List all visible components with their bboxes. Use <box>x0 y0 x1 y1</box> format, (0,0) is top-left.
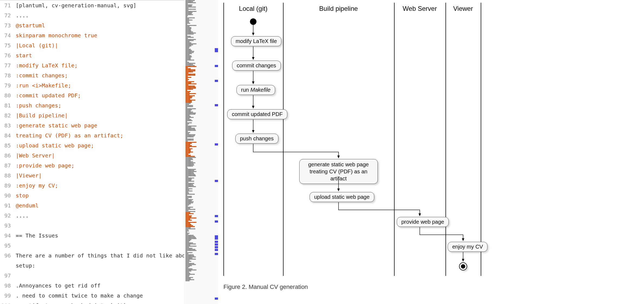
line-number: 82 <box>0 111 16 121</box>
minimap-marker <box>215 241 218 243</box>
code-line[interactable]: 95 <box>0 241 184 251</box>
code-line[interactable]: 77:modify LaTeX file; <box>0 61 184 71</box>
line-content[interactable]: == The Issues <box>16 231 184 241</box>
line-number: 90 <box>0 191 16 201</box>
code-line[interactable]: 96There are a number of things that I di… <box>0 251 184 261</box>
code-line[interactable]: 80:commit updated PDF; <box>0 91 184 101</box>
code-line[interactable]: 85:upload static web page; <box>0 141 184 151</box>
line-content[interactable]: .Annoyances to get rid off <box>16 281 184 291</box>
line-content[interactable]: treating CV (PDF) as an artifact; <box>16 131 184 141</box>
code-line[interactable]: 83:generate static web page <box>0 121 184 131</box>
line-content[interactable]: .... <box>16 211 184 221</box>
line-content[interactable]: @enduml <box>16 201 184 211</box>
minimap[interactable]: ████████████████ █████████████ █████████… <box>184 0 218 304</box>
line-content[interactable]: [plantuml, cv-generation-manual, svg] <box>16 1 184 11</box>
code-line[interactable]: 71[plantuml, cv-generation-manual, svg] <box>0 1 184 11</box>
code-line[interactable]: 99. need to commit twice to make a chang… <box>0 291 184 301</box>
line-content[interactable]: :run <i>Makefile; <box>16 81 184 91</box>
line-number: 94 <box>0 231 16 241</box>
code-line[interactable]: 72.... <box>0 11 184 21</box>
code-line[interactable]: 98.Annoyances to get rid off <box>0 281 184 291</box>
line-number: 84 <box>0 131 16 141</box>
line-number: 74 <box>0 31 16 41</box>
minimap-marker <box>215 298 218 300</box>
minimap-content: ████████████████ █████████████ █████████… <box>186 0 214 281</box>
preview-pane[interactable]: Local (git) Build pipeline Web Server Vi… <box>218 0 644 304</box>
line-content[interactable]: :provide web page; <box>16 161 184 171</box>
line-content[interactable]: :commit changes; <box>16 71 184 81</box>
line-content[interactable]: |Local (git)| <box>16 41 184 51</box>
line-content[interactable]: :upload static web page; <box>16 141 184 151</box>
line-content[interactable]: . need to commit twice to make a change <box>16 291 184 301</box>
line-content[interactable]: :commit updated PDF; <box>16 91 184 101</box>
minimap-marker <box>215 104 218 106</box>
minimap-marker <box>215 65 218 67</box>
line-content[interactable] <box>16 271 184 281</box>
lane-divider <box>283 3 284 276</box>
line-content[interactable]: :generate static web page <box>16 121 184 131</box>
line-content[interactable]: :modify LaTeX file; <box>16 61 184 71</box>
line-content[interactable]: stop <box>16 191 184 201</box>
code-line[interactable]: 82|Build pipeline| <box>0 111 184 121</box>
lane-divider <box>445 3 446 276</box>
line-content[interactable]: .... <box>16 11 184 21</box>
line-number: 75 <box>0 41 16 51</box>
line-content[interactable]: start <box>16 51 184 61</box>
line-content[interactable]: |Build pipeline| <box>16 111 184 121</box>
node-enjoy-cv: enjoy my CV <box>448 242 487 252</box>
line-content[interactable]: skinparam monochrome true <box>16 31 184 41</box>
line-number <box>0 261 16 271</box>
code-line[interactable]: 78:commit changes; <box>0 71 184 81</box>
line-number: 93 <box>0 221 16 231</box>
line-content[interactable]: setup: <box>16 261 184 271</box>
line-content[interactable] <box>16 221 184 231</box>
code-line[interactable]: 87:provide web page; <box>0 161 184 171</box>
line-number: 97 <box>0 271 16 281</box>
code-line[interactable]: 94== The Issues <box>0 231 184 241</box>
line-content[interactable] <box>16 241 184 251</box>
code-line[interactable]: 97 <box>0 271 184 281</box>
code-line[interactable]: 92.... <box>0 211 184 221</box>
lane-header-viewer: Viewer <box>445 5 481 12</box>
code-line[interactable]: 73@startuml <box>0 21 184 31</box>
lane-divider <box>223 3 224 276</box>
code-line[interactable]: 84treating CV (PDF) as an artifact; <box>0 131 184 141</box>
minimap-marker <box>215 246 218 248</box>
node-generate-static: generate static web page treating CV (PD… <box>299 159 378 184</box>
line-number: 91 <box>0 201 16 211</box>
line-number: 73 <box>0 21 16 31</box>
line-content[interactable]: :enjoy my CV; <box>16 181 184 191</box>
code-line[interactable]: 90stop <box>0 191 184 201</box>
line-content[interactable]: @startuml <box>16 21 184 31</box>
code-line[interactable]: 75|Local (git)| <box>0 41 184 51</box>
lane-header-web: Web Server <box>394 5 445 12</box>
node-push-changes: push changes <box>235 134 278 144</box>
node-modify-latex: modify LaTeX file <box>231 36 281 46</box>
editor-pane[interactable]: 71[plantuml, cv-generation-manual, svg]7… <box>0 0 184 304</box>
code-line[interactable]: 81:push changes; <box>0 101 184 111</box>
line-number: 79 <box>0 81 16 91</box>
code-area[interactable]: 71[plantuml, cv-generation-manual, svg]7… <box>0 1 184 304</box>
line-number: 72 <box>0 11 16 21</box>
code-line[interactable]: 79:run <i>Makefile; <box>0 81 184 91</box>
node-commit-changes: commit changes <box>232 61 281 71</box>
line-content[interactable]: |Viewer| <box>16 171 184 181</box>
line-content[interactable]: There are a number of things that I did … <box>16 251 184 261</box>
code-line[interactable]: 100. artifacts are checked into `git` <box>0 301 184 304</box>
line-content[interactable]: |Web Server| <box>16 151 184 161</box>
code-line[interactable]: 93 <box>0 221 184 231</box>
code-line[interactable]: 89:enjoy my CV; <box>0 181 184 191</box>
code-line[interactable]: 91@enduml <box>0 201 184 211</box>
line-content[interactable]: :push changes; <box>16 101 184 111</box>
code-line[interactable]: 88|Viewer| <box>0 171 184 181</box>
code-line[interactable]: 74skinparam monochrome true <box>0 31 184 41</box>
minimap-marker <box>215 80 218 82</box>
node-upload-static: upload static web page <box>310 192 374 202</box>
node-run-makefile-text: run <box>241 87 250 93</box>
code-line[interactable]: setup: <box>0 261 184 271</box>
line-number: 98 <box>0 281 16 291</box>
minimap-marker <box>215 249 218 251</box>
code-line[interactable]: 86|Web Server| <box>0 151 184 161</box>
line-content[interactable]: . artifacts are checked into `git` <box>16 301 184 304</box>
code-line[interactable]: 76start <box>0 51 184 61</box>
